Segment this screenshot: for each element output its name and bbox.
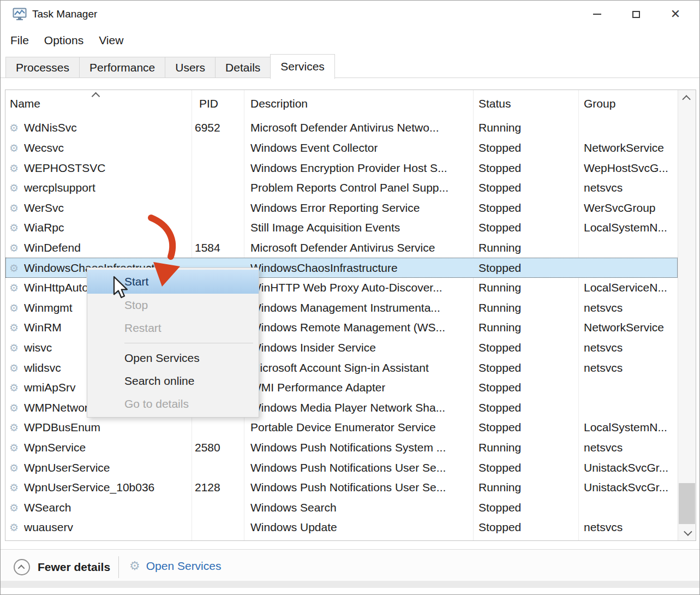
- service-group: NetworkService: [584, 141, 664, 154]
- service-description: Windows Encryption Provider Host S...: [250, 162, 447, 175]
- menu-bar: File Options View: [1, 28, 699, 52]
- context-menu-item-start[interactable]: Start: [87, 270, 259, 294]
- service-description: Windows Remote Management (WS...: [250, 321, 445, 334]
- scrollbar-thumb[interactable]: [679, 483, 695, 524]
- column-header-status[interactable]: Status: [478, 90, 511, 117]
- table-row-wsearch[interactable]: ⚙WSearchWindows SearchStopped: [5, 498, 678, 518]
- table-row-wercplsupport[interactable]: ⚙wercplsupportProblem Reports Control Pa…: [5, 178, 678, 198]
- service-name: WpnService: [24, 441, 86, 454]
- table-row-wpnuserservice[interactable]: ⚙WpnUserServiceWindows Push Notification…: [5, 457, 678, 478]
- tab-services[interactable]: Services: [270, 54, 335, 79]
- footer-bar: Fewer details ⚙ Open Services: [1, 549, 699, 588]
- gear-icon: ⚙: [9, 182, 19, 194]
- gear-icon: ⚙: [9, 382, 19, 394]
- service-status: Stopped: [478, 501, 521, 514]
- service-name: WiaRpc: [24, 221, 64, 234]
- service-pid: 1584: [195, 241, 220, 254]
- service-description: Problem Reports Control Panel Supp...: [250, 181, 448, 194]
- gear-icon: ⚙: [9, 501, 19, 514]
- context-menu-item-restart: Restart: [87, 317, 259, 340]
- column-header-name[interactable]: Name: [10, 90, 40, 117]
- service-group: WerSvcGroup: [584, 201, 656, 215]
- service-description: WindowsChaosInfrastructure: [250, 261, 398, 275]
- open-services-label: Open Services: [146, 560, 222, 573]
- tab-performance[interactable]: Performance: [79, 57, 165, 78]
- gear-icon: ⚙: [9, 342, 19, 354]
- fewer-details-button[interactable]: Fewer details: [14, 559, 110, 575]
- close-icon: ✕: [671, 8, 680, 20]
- title-bar[interactable]: Task Manager ✕: [1, 1, 699, 28]
- gear-icon: ⚙: [9, 261, 19, 274]
- menu-file[interactable]: File: [3, 31, 37, 50]
- gear-icon: ⚙: [129, 559, 140, 573]
- service-status: Stopped: [478, 141, 521, 154]
- vertical-scrollbar[interactable]: [678, 90, 696, 540]
- column-header-description[interactable]: Description: [250, 90, 308, 117]
- service-description: Windows Push Notifications System ...: [250, 441, 446, 454]
- service-status: Running: [478, 301, 521, 314]
- minimize-button[interactable]: [577, 1, 617, 28]
- service-status: Stopped: [478, 181, 521, 194]
- service-pid: 2128: [195, 481, 220, 494]
- service-name: Winmgmt: [24, 301, 73, 314]
- close-button[interactable]: ✕: [656, 1, 695, 28]
- service-description: WMI Performance Adapter: [250, 381, 385, 394]
- service-group: UnistackSvcGr...: [584, 461, 668, 474]
- gear-icon: ⚙: [9, 141, 19, 154]
- service-status: Running: [478, 281, 521, 294]
- fewer-details-label: Fewer details: [38, 561, 110, 574]
- table-row-wpnservice[interactable]: ⚙WpnService2580Windows Push Notification…: [5, 438, 678, 458]
- task-manager-icon: [13, 8, 27, 21]
- service-group: LocalServiceN...: [584, 281, 667, 294]
- gear-icon: ⚙: [9, 421, 19, 434]
- service-description: Portable Device Enumerator Service: [250, 421, 436, 434]
- service-status: Stopped: [478, 201, 521, 215]
- service-name: WEPHOSTSVC: [24, 162, 105, 175]
- table-row-wuauserv[interactable]: ⚙wuauservWindows UpdateStoppednetsvcs: [5, 517, 678, 538]
- table-row-windefend[interactable]: ⚙WinDefend1584Microsoft Defender Antivir…: [5, 238, 678, 258]
- service-status: Stopped: [478, 461, 521, 474]
- column-header-group[interactable]: Group: [584, 90, 615, 117]
- sort-ascending-icon: [92, 92, 100, 101]
- tab-processes[interactable]: Processes: [5, 57, 80, 78]
- chevron-up-icon: [682, 95, 691, 104]
- tab-strip: ProcessesPerformanceUsersDetailsServices: [1, 52, 699, 78]
- service-description: Windows Management Instrumenta...: [250, 301, 440, 314]
- service-group: netsvcs: [584, 301, 623, 314]
- tab-users[interactable]: Users: [165, 57, 216, 78]
- context-menu-item-open-services[interactable]: Open Services: [87, 347, 259, 370]
- service-description: Windows Media Player Network Sha...: [250, 401, 445, 414]
- service-name: WinDefend: [24, 241, 81, 254]
- service-description: Still Image Acquisition Events: [250, 221, 400, 234]
- table-row-wephostsvc[interactable]: ⚙WEPHOSTSVCWindows Encryption Provider H…: [5, 158, 678, 178]
- table-row-wecsvc[interactable]: ⚙WecsvcWindows Event CollectorStoppedNet…: [5, 138, 678, 158]
- column-header-pid[interactable]: PID: [199, 90, 218, 117]
- service-description: Windows Push Notifications User Se...: [250, 481, 446, 494]
- menu-options[interactable]: Options: [37, 31, 91, 50]
- service-name: WdNisSvc: [24, 121, 77, 134]
- maximize-icon: [632, 11, 640, 18]
- table-row-wiarpc[interactable]: ⚙WiaRpcStill Image Acquisition EventsSto…: [5, 218, 678, 238]
- service-group: netsvcs: [584, 361, 623, 374]
- table-row-wdnissvc[interactable]: ⚙WdNisSvc6952Microsoft Defender Antiviru…: [5, 118, 678, 138]
- service-name: WerSvc: [24, 201, 64, 215]
- maximize-button[interactable]: [617, 1, 656, 28]
- scroll-up-button[interactable]: [678, 90, 696, 106]
- service-description: Microsoft Account Sign-in Assistant: [250, 361, 429, 374]
- service-group: netsvcs: [584, 521, 623, 534]
- service-group: WepHostSvcG...: [584, 162, 668, 175]
- chevron-up-circle-icon: [14, 559, 30, 575]
- service-description: Windows Error Reporting Service: [250, 201, 420, 215]
- service-name: WinRM: [24, 321, 62, 334]
- tab-details[interactable]: Details: [215, 57, 271, 78]
- service-description: Windows Update: [250, 521, 337, 534]
- scroll-down-button[interactable]: [678, 524, 696, 540]
- task-manager-window: Task Manager ✕ File Options View Process…: [0, 0, 700, 595]
- table-row-wpnuserservice-10b036[interactable]: ⚙WpnUserService_10b0362128Windows Push N…: [5, 478, 678, 498]
- context-menu-item-search-online[interactable]: Search online: [87, 370, 259, 392]
- open-services-link[interactable]: ⚙ Open Services: [129, 559, 221, 573]
- context-menu-item-go-to-details: Go to details: [87, 392, 259, 415]
- table-row-wersvc[interactable]: ⚙WerSvcWindows Error Reporting ServiceSt…: [5, 198, 678, 218]
- menu-view[interactable]: View: [91, 31, 131, 50]
- table-row-wpdbusenum[interactable]: ⚙WPDBusEnumPortable Device Enumerator Se…: [5, 418, 678, 438]
